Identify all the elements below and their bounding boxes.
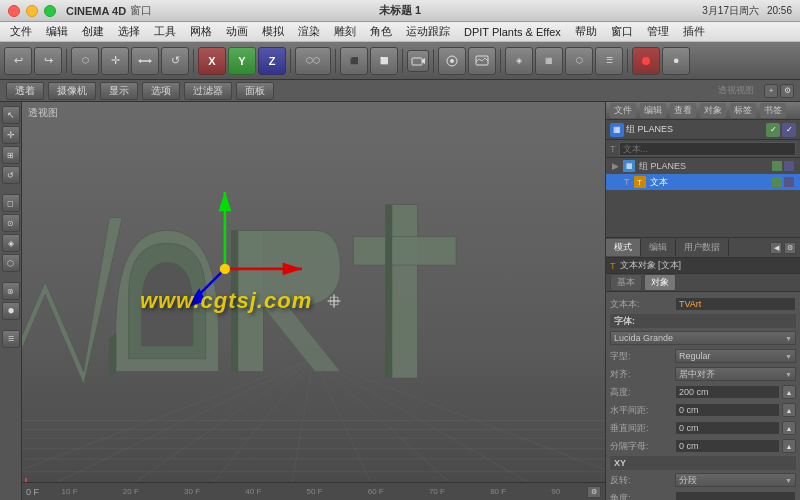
- redo-button[interactable]: ↪: [34, 47, 62, 75]
- prop-sub-object[interactable]: 对象: [644, 274, 676, 291]
- menu-character[interactable]: 角色: [364, 23, 398, 40]
- font-dropdown[interactable]: Lucida Grande ▼: [610, 331, 796, 345]
- viewport-nav-btn[interactable]: +: [764, 84, 778, 98]
- render-button[interactable]: [438, 47, 466, 75]
- menu-select[interactable]: 选择: [112, 23, 146, 40]
- frame-0: 0 F: [26, 487, 39, 497]
- hspacing-value[interactable]: 0 cm: [675, 403, 780, 417]
- left-tool-9[interactable]: ⊛: [2, 282, 20, 300]
- vspacing-increment-btn[interactable]: ▲: [782, 421, 796, 435]
- prop-btn-2[interactable]: ⚙: [784, 242, 796, 254]
- rotate-button[interactable]: ↺: [161, 47, 189, 75]
- subdivision-increment-btn[interactable]: ▲: [782, 439, 796, 453]
- text-name-value[interactable]: TVArt: [675, 297, 796, 311]
- menu-mesh[interactable]: 网格: [184, 23, 218, 40]
- rp-tab-bookmark[interactable]: 书签: [760, 103, 786, 118]
- left-tool-7[interactable]: ◈: [2, 234, 20, 252]
- menu-manage[interactable]: 管理: [641, 23, 675, 40]
- left-tool-scale[interactable]: ⊞: [2, 146, 20, 164]
- height-row: 高度: 200 cm ▲: [610, 384, 796, 400]
- left-tool-move[interactable]: ✛: [2, 126, 20, 144]
- view-mode-1[interactable]: ⬛: [340, 47, 368, 75]
- sub-display-btn[interactable]: 显示: [100, 82, 138, 100]
- subdivision-row: 分隔字母: 0 cm ▲: [610, 438, 796, 454]
- render-to-picture-viewer[interactable]: [468, 47, 496, 75]
- rp-tab-tag[interactable]: 标签: [730, 103, 756, 118]
- rp-tab-file[interactable]: 文件: [610, 103, 636, 118]
- left-tool-5[interactable]: ◻: [2, 194, 20, 212]
- height-value[interactable]: 200 cm: [675, 385, 780, 399]
- rp-tab-object[interactable]: 对象: [700, 103, 726, 118]
- materials-button[interactable]: ⬡: [565, 47, 593, 75]
- prop-sub-basic[interactable]: 基本: [610, 274, 642, 291]
- layer-button[interactable]: ☰: [595, 47, 623, 75]
- menu-edit[interactable]: 编辑: [40, 23, 74, 40]
- frame-settings-btn[interactable]: ⚙: [587, 486, 601, 498]
- select-live-button[interactable]: ⬡: [71, 47, 99, 75]
- menu-animate[interactable]: 动画: [220, 23, 254, 40]
- prop-tab-user[interactable]: 用户数据: [676, 239, 729, 256]
- object-visible-btn[interactable]: ✓: [766, 123, 780, 137]
- left-tool-11[interactable]: ☰: [2, 330, 20, 348]
- left-tool-rotate[interactable]: ↺: [2, 166, 20, 184]
- sub-view-btn[interactable]: 透着: [6, 82, 44, 100]
- left-tool-10[interactable]: ⬢: [2, 302, 20, 320]
- scale-button[interactable]: [131, 47, 159, 75]
- time-display: 20:56: [767, 5, 792, 16]
- view-mode-2[interactable]: ⬜: [370, 47, 398, 75]
- undo-button[interactable]: ↩: [4, 47, 32, 75]
- minimize-button[interactable]: [26, 5, 38, 17]
- object-render-btn[interactable]: ✓: [782, 123, 796, 137]
- prop-btn-1[interactable]: ◀: [770, 242, 782, 254]
- tree-item-planes[interactable]: ▶ ▦ 组 PLANES: [606, 158, 800, 174]
- angle-value[interactable]: [675, 491, 796, 500]
- subdivision-value[interactable]: 0 cm: [675, 439, 780, 453]
- vspacing-value[interactable]: 0 cm: [675, 421, 780, 435]
- autokey-button[interactable]: ⏺: [662, 47, 690, 75]
- prop-tab-mode[interactable]: 模式: [606, 239, 641, 256]
- maximize-button[interactable]: [44, 5, 56, 17]
- viewport[interactable]: X Y Z www.cgtsj.com 透视图 0 F 10 F20 F30 F…: [22, 102, 605, 500]
- object-search-input[interactable]: [619, 142, 797, 156]
- viewport-label: 透视图: [28, 106, 58, 120]
- menu-file[interactable]: 文件: [4, 23, 38, 40]
- axis-x-button[interactable]: X: [198, 47, 226, 75]
- left-tool-select[interactable]: ↖: [2, 106, 20, 124]
- prop-tab-edit[interactable]: 编辑: [641, 239, 676, 256]
- move-button[interactable]: ✛: [101, 47, 129, 75]
- menu-sculpt[interactable]: 雕刻: [328, 23, 362, 40]
- menu-dpit[interactable]: DPIT Plants & Effex: [458, 25, 567, 39]
- height-label: 高度:: [610, 386, 675, 399]
- viewport-settings-btn[interactable]: ⚙: [780, 84, 794, 98]
- axis-z-button[interactable]: Z: [258, 47, 286, 75]
- menu-simulate[interactable]: 模拟: [256, 23, 290, 40]
- reverse-dropdown[interactable]: 分段 ▼: [675, 473, 796, 487]
- timeline-button[interactable]: ▦: [535, 47, 563, 75]
- world-space-button[interactable]: ⬡⬡: [295, 47, 331, 75]
- menu-plugin[interactable]: 插件: [677, 23, 711, 40]
- hspacing-increment-btn[interactable]: ▲: [782, 403, 796, 417]
- menu-create[interactable]: 创建: [76, 23, 110, 40]
- align-dropdown[interactable]: 居中对齐 ▼: [675, 367, 796, 381]
- sub-camera-btn[interactable]: 摄像机: [48, 82, 96, 100]
- rp-tab-view[interactable]: 查看: [670, 103, 696, 118]
- close-button[interactable]: [8, 5, 20, 17]
- left-tool-6[interactable]: ⊙: [2, 214, 20, 232]
- height-increment-btn[interactable]: ▲: [782, 385, 796, 399]
- axis-y-button[interactable]: Y: [228, 47, 256, 75]
- sub-options-btn[interactable]: 选项: [142, 82, 180, 100]
- tree-item-text[interactable]: T T 文本: [606, 174, 800, 190]
- record-active[interactable]: [632, 47, 660, 75]
- camera-button[interactable]: [407, 50, 429, 72]
- style-dropdown[interactable]: Regular ▼: [675, 349, 796, 363]
- left-tool-8[interactable]: ⬡: [2, 254, 20, 272]
- menu-window[interactable]: 窗口: [605, 23, 639, 40]
- menu-render[interactable]: 渲染: [292, 23, 326, 40]
- menu-motion[interactable]: 运动跟踪: [400, 23, 456, 40]
- sub-filter-btn[interactable]: 过滤器: [184, 82, 232, 100]
- menu-help[interactable]: 帮助: [569, 23, 603, 40]
- objects-button[interactable]: ◈: [505, 47, 533, 75]
- rp-tab-edit[interactable]: 编辑: [640, 103, 666, 118]
- menu-tools[interactable]: 工具: [148, 23, 182, 40]
- sub-panel-btn[interactable]: 面板: [236, 82, 274, 100]
